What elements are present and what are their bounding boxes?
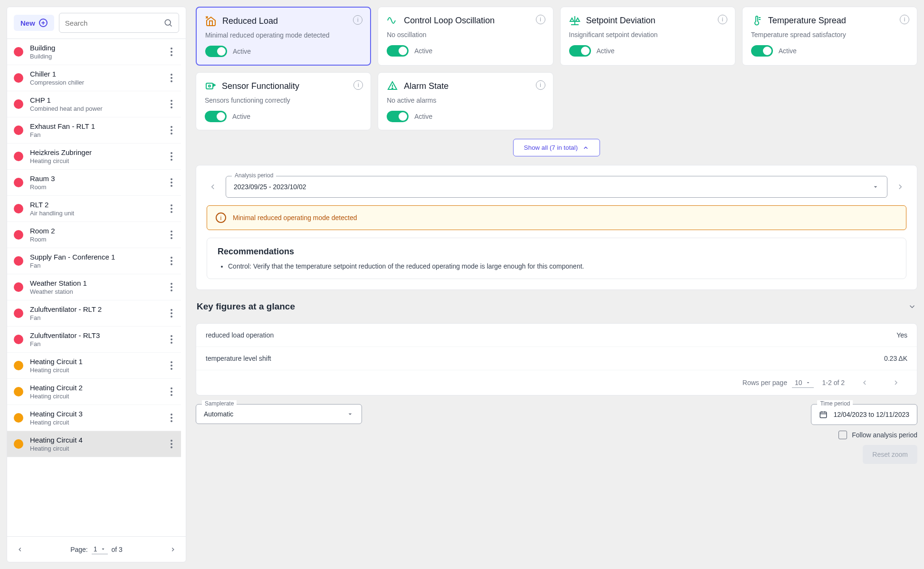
list-item[interactable]: Exhaust Fan - RLT 1 Fan — [7, 117, 181, 144]
search-input[interactable] — [65, 19, 163, 27]
list-item[interactable]: Heating Circuit 1 Heating circuit — [7, 353, 181, 379]
recommendations-title: Recommendations — [218, 247, 895, 257]
component-list[interactable]: Building Building Chiller 1 Compression … — [7, 39, 186, 536]
active-toggle[interactable] — [205, 46, 227, 57]
list-item[interactable]: Weather Station 1 Weather station — [7, 274, 181, 300]
kf-value: 0.23 ΔK — [884, 355, 907, 362]
list-item[interactable]: CHP 1 Combined heat and power — [7, 91, 181, 117]
pager-current[interactable]: 1 — [92, 544, 108, 554]
list-item[interactable]: Chiller 1 Compression chiller — [7, 65, 181, 91]
list-item[interactable]: Heating Circuit 3 Heating circuit — [7, 405, 181, 431]
analysis-card[interactable]: i Alarm State No active alarms Active — [378, 72, 553, 130]
info-icon[interactable]: i — [536, 15, 545, 24]
card-icon — [387, 15, 398, 26]
kf-next[interactable] — [885, 377, 907, 388]
analysis-period-panel: Analysis period 2023/09/25 - 2023/10/02 … — [196, 165, 917, 290]
svg-point-42 — [171, 391, 172, 393]
item-menu[interactable] — [169, 152, 174, 161]
list-item[interactable]: Heating Circuit 4 Heating circuit — [7, 431, 181, 457]
analysis-card[interactable]: i Temperature Spread Temperature spread … — [742, 7, 917, 66]
analysis-card[interactable]: i Sensor Functionality Sensors functioni… — [196, 72, 371, 130]
svg-point-44 — [171, 414, 172, 415]
new-button[interactable]: New + — [14, 15, 54, 31]
item-menu[interactable] — [169, 440, 174, 448]
item-menu[interactable] — [169, 414, 174, 422]
analysis-card[interactable]: i Control Loop Oscillation No oscillatio… — [378, 7, 553, 66]
show-all-button[interactable]: Show all (7 in total) — [513, 139, 600, 156]
item-menu[interactable] — [169, 257, 174, 265]
active-toggle[interactable] — [387, 111, 409, 122]
list-item[interactable]: Zuluftventilator - RLT3 Fan — [7, 327, 181, 353]
status-dot — [14, 335, 23, 344]
samplerate-select[interactable]: Samplerate Automatic — [196, 404, 362, 424]
status-dot — [14, 361, 23, 370]
list-item[interactable]: Zuluftventilator - RLT 2 Fan — [7, 300, 181, 327]
pager-of: of 3 — [112, 546, 123, 553]
period-next[interactable] — [894, 183, 906, 191]
info-icon[interactable]: i — [900, 15, 909, 24]
follow-analysis-period[interactable]: Follow analysis period — [838, 431, 917, 439]
svg-point-34 — [171, 316, 172, 318]
active-toggle[interactable] — [387, 45, 409, 57]
list-item[interactable]: Supply Fan - Conference 1 Fan — [7, 248, 181, 274]
status-dot — [14, 282, 23, 292]
item-menu[interactable] — [169, 283, 174, 291]
item-subtitle: Heating circuit — [30, 366, 162, 374]
item-menu[interactable] — [169, 309, 174, 318]
svg-point-48 — [171, 443, 172, 445]
active-toggle[interactable] — [569, 45, 591, 57]
active-toggle[interactable] — [205, 111, 227, 122]
svg-point-35 — [171, 335, 172, 337]
reset-zoom-button[interactable]: Reset zoom — [863, 445, 917, 464]
list-item[interactable]: Heizkreis Zubringer Heating circuit — [7, 144, 181, 170]
sidebar-next[interactable] — [170, 546, 176, 553]
kf-prev[interactable] — [853, 377, 876, 388]
item-menu[interactable] — [169, 178, 174, 187]
plus-icon: + — [39, 19, 48, 27]
list-item[interactable]: RLT 2 Air handling unit — [7, 196, 181, 222]
info-icon[interactable]: i — [536, 80, 545, 90]
item-title: Heating Circuit 2 — [30, 384, 162, 392]
item-subtitle: Fan — [30, 131, 162, 138]
item-title: Chiller 1 — [30, 70, 162, 78]
item-menu[interactable] — [169, 74, 174, 82]
sidebar-prev[interactable] — [17, 546, 23, 553]
svg-point-47 — [171, 440, 172, 442]
active-toggle[interactable] — [751, 45, 773, 57]
svg-point-5 — [171, 74, 172, 76]
period-prev[interactable] — [207, 183, 219, 191]
item-menu[interactable] — [169, 100, 174, 108]
list-item[interactable]: Room 2 Room — [7, 222, 181, 248]
item-menu[interactable] — [169, 361, 174, 370]
item-menu[interactable] — [169, 126, 174, 135]
item-menu[interactable] — [169, 335, 174, 344]
samplerate-value: Automatic — [204, 410, 233, 418]
list-item[interactable]: Building Building — [7, 39, 181, 65]
checkbox-icon[interactable] — [838, 431, 847, 439]
info-icon: i — [216, 212, 226, 223]
item-menu[interactable] — [169, 231, 174, 239]
list-item[interactable]: Raum 3 Room — [7, 170, 181, 196]
kf-rpp-select[interactable]: 10 — [792, 378, 814, 388]
analysis-card[interactable]: i Reduced Load Minimal reduced operating… — [196, 7, 371, 66]
status-dot — [14, 413, 23, 423]
svg-point-28 — [171, 263, 172, 265]
analysis-period-select[interactable]: Analysis period 2023/09/25 - 2023/10/02 — [226, 176, 887, 198]
calendar-icon — [819, 410, 828, 419]
info-icon[interactable]: i — [718, 15, 727, 24]
item-menu[interactable] — [169, 204, 174, 213]
svg-point-33 — [171, 312, 172, 314]
card-subtitle: Sensors functioning correctly — [205, 96, 362, 104]
svg-rect-52 — [206, 83, 213, 89]
item-menu[interactable] — [169, 387, 174, 396]
search-input-wrap[interactable] — [59, 13, 179, 33]
analysis-card[interactable]: i Setpoint Deviation Insignificant setpo… — [560, 7, 735, 66]
status-dot — [14, 73, 23, 83]
key-figures-header[interactable]: Key figures at a glance — [196, 299, 917, 315]
table-row: reduced load operation Yes — [196, 324, 917, 347]
item-menu[interactable] — [169, 48, 174, 56]
svg-point-30 — [171, 286, 172, 288]
time-period-select[interactable]: Time period 12/04/2023 to 12/11/2023 — [811, 404, 917, 425]
list-item[interactable]: Heating Circuit 2 Heating circuit — [7, 379, 181, 405]
toggle-label: Active — [233, 48, 251, 55]
